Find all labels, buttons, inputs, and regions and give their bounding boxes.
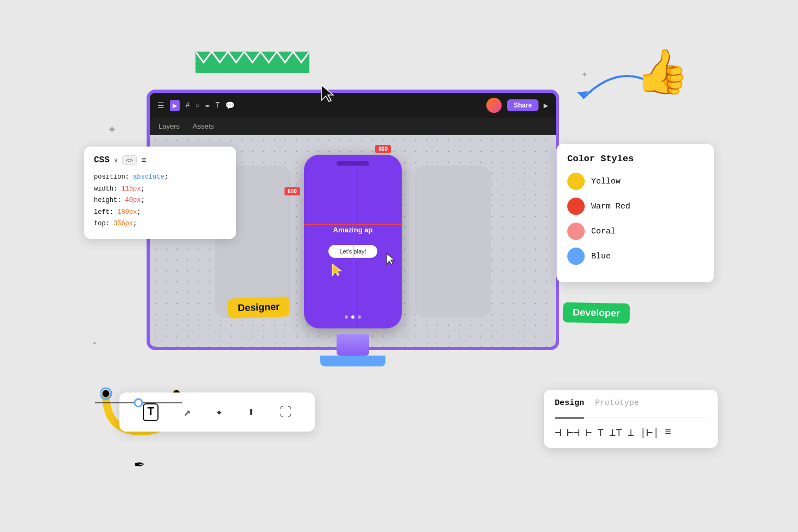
- layers-tab[interactable]: Layers: [159, 122, 180, 135]
- align-tools: ⊣ ⊢⊣ ⊢ ⊤ ⊥⊤ ⊥ |⊢| ≡: [555, 426, 707, 439]
- dot-1: [345, 315, 348, 319]
- shape-tool[interactable]: ○: [195, 101, 200, 110]
- dot-2: [351, 315, 354, 319]
- color-swatch-yellow: [567, 173, 585, 190]
- crosshair-vertical: [353, 155, 353, 328]
- pen-tool[interactable]: ✒: [205, 101, 210, 110]
- anchor-line: [90, 397, 187, 408]
- align-center-h[interactable]: ⊢⊣: [567, 426, 580, 439]
- svg-marker-8: [332, 264, 341, 276]
- play-button[interactable]: ▶: [544, 101, 548, 110]
- css-line-5: top: 356px;: [94, 218, 226, 230]
- color-panel-title: Color Styles: [567, 154, 703, 164]
- align-center-v[interactable]: ⊥⊤: [609, 426, 622, 439]
- frame-tool[interactable]: #: [185, 101, 189, 110]
- distribute-v[interactable]: ≡: [664, 426, 671, 439]
- sparkle-left: ✦: [107, 119, 117, 138]
- select-tool[interactable]: ▶: [170, 100, 180, 111]
- sparkle-bottom-left: ✦: [92, 338, 97, 347]
- css-title: CSS: [94, 155, 110, 165]
- stand-base: [320, 356, 385, 366]
- measure-800: 800: [375, 145, 391, 153]
- phone-frame: 800 600 Amazing ap Let's play!: [304, 155, 402, 328]
- css-line-4: left: 180px;: [94, 207, 226, 219]
- stand-neck: [337, 334, 369, 356]
- cursor-white: [385, 252, 396, 268]
- zigzag-decoration: [195, 52, 309, 73]
- tool-mask[interactable]: ⬆: [248, 405, 255, 420]
- align-right[interactable]: ⊢: [585, 426, 592, 439]
- tool-component[interactable]: ✦: [216, 405, 223, 420]
- color-item-warm-red: Warm Red: [567, 198, 703, 215]
- pen-tool-decoration: ✒: [135, 453, 144, 473]
- design-panel: Design Prototype ⊣ ⊢⊣ ⊢ ⊤ ⊥⊤ ⊥ |⊢| ≡: [544, 390, 718, 448]
- css-panel-header: CSS ∨ <> ≡: [94, 155, 226, 165]
- color-label-warm-red: Warm Red: [591, 202, 630, 211]
- scene: 👍 ☰ ▶ # ○ ✒ T 💬 Share ▶: [0, 0, 798, 532]
- tool-image[interactable]: ⛶: [280, 405, 292, 420]
- align-top[interactable]: ⊤: [597, 426, 604, 439]
- css-line-2: width: 115px;: [94, 183, 226, 195]
- color-swatch-warm-red: [567, 198, 585, 215]
- crosshair-horizontal: [304, 224, 402, 225]
- svg-point-14: [135, 399, 142, 407]
- user-avatar: [486, 98, 502, 113]
- monitor-toolbar: ☰ ▶ # ○ ✒ T 💬 Share ▶: [150, 93, 556, 118]
- distribute-h[interactable]: |⊢|: [639, 426, 659, 439]
- thumbs-up-icon: 👍: [635, 46, 689, 99]
- css-list-button[interactable]: ≡: [141, 155, 146, 165]
- color-item-yellow: Yellow: [567, 173, 703, 190]
- css-panel: CSS ∨ <> ≡ position: absolute; width: 11…: [84, 147, 236, 239]
- svg-marker-2: [321, 85, 333, 102]
- text-tool[interactable]: T: [216, 101, 220, 110]
- assets-tab[interactable]: Assets: [193, 122, 214, 135]
- align-left[interactable]: ⊣: [555, 426, 561, 439]
- color-swatch-blue: [567, 248, 585, 265]
- color-label-coral: Coral: [591, 227, 616, 236]
- artboard-right: [415, 166, 491, 318]
- cursor-yellow: [331, 263, 343, 280]
- menu-icon[interactable]: ☰: [157, 101, 164, 110]
- svg-point-10: [103, 390, 109, 397]
- color-swatch-coral: [567, 223, 585, 240]
- svg-marker-9: [387, 254, 395, 264]
- comment-tool[interactable]: 💬: [225, 101, 235, 110]
- css-line-3: height: 40px;: [94, 195, 226, 207]
- dot-3: [358, 315, 361, 319]
- color-item-coral: Coral: [567, 223, 703, 240]
- measure-600: 600: [284, 187, 300, 195]
- developer-badge: Developer: [563, 302, 630, 324]
- css-code-button[interactable]: <>: [122, 155, 137, 165]
- color-item-blue: Blue: [567, 248, 703, 265]
- css-line-1: position: absolute;: [94, 172, 226, 183]
- cursor-main: [320, 84, 335, 105]
- color-styles-panel: Color Styles Yellow Warm Red Coral Blue: [556, 144, 714, 282]
- tab-design[interactable]: Design: [555, 398, 584, 419]
- tab-prototype[interactable]: Prototype: [595, 398, 639, 412]
- monitor-tabs: Layers Assets: [150, 118, 556, 135]
- monitor-stand: [320, 334, 385, 377]
- color-label-blue: Blue: [591, 252, 611, 261]
- phone-notch: [337, 161, 369, 166]
- design-panel-tabs: Design Prototype: [555, 398, 707, 418]
- designer-badge: Designer: [227, 296, 289, 319]
- css-chevron: ∨: [114, 156, 118, 164]
- phone-dots: [345, 315, 361, 319]
- share-button[interactable]: Share: [507, 99, 538, 111]
- align-bottom[interactable]: ⊥: [628, 426, 634, 439]
- color-label-yellow: Yellow: [591, 177, 620, 186]
